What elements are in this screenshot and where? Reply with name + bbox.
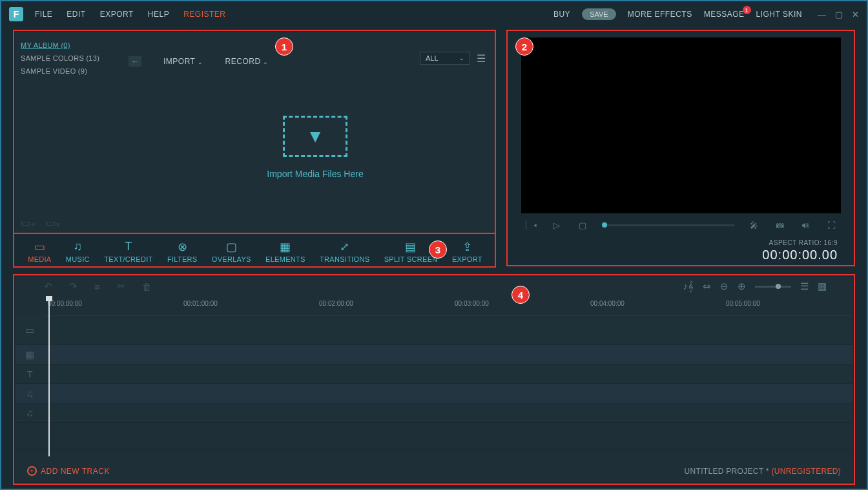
- tab-text[interactable]: TTEXT/CREDIT: [104, 240, 152, 263]
- seek-bar[interactable]: [602, 224, 734, 226]
- stop-button[interactable]: ▢: [570, 220, 595, 230]
- back-arrow-icon[interactable]: ←: [129, 56, 141, 67]
- ruler-tick: 00:00:00:00: [48, 300, 82, 307]
- zoom-slider[interactable]: [755, 286, 791, 288]
- tab-filters[interactable]: ⊗FILTERS: [167, 240, 198, 263]
- add-track-label: ADD NEW TRACK: [41, 467, 110, 476]
- text-icon: T: [125, 240, 132, 253]
- seek-handle[interactable]: [602, 222, 607, 228]
- preview-panel: ⎸◂ ▷ ▢ 🎤︎ 📷︎ 🔊︎ ⛶ ASPECT RATIO: 16:9 00:…: [509, 32, 853, 265]
- more-effects-link[interactable]: MORE EFFECTS: [628, 10, 692, 19]
- buy-link[interactable]: BUY: [553, 10, 570, 19]
- timecode-display: 00:00:00.00: [524, 248, 838, 262]
- sidebar-item-sample-colors[interactable]: SAMPLE COLORS (13): [21, 52, 123, 65]
- light-skin-link[interactable]: LIGHT SKIN: [756, 10, 802, 19]
- record-dropdown[interactable]: RECORD ⌄: [225, 57, 269, 66]
- play-button[interactable]: ▷: [544, 220, 570, 230]
- list-view-icon[interactable]: ☰: [477, 52, 486, 65]
- tab-bar: ▭MEDIA ♫MUSIC TTEXT/CREDIT ⊗FILTERS ▢OVE…: [16, 235, 495, 268]
- ruler-tick: 00:03:00:00: [455, 300, 489, 307]
- zoom-out-icon[interactable]: ⊖: [720, 281, 728, 292]
- filter-select[interactable]: ALL ⌄: [420, 52, 470, 65]
- mic-icon[interactable]: 🎤︎: [741, 220, 767, 230]
- timeline-toolbar: ↶ ↷ ≡ ✂ 🗑︎ ♪𝄞 ⇔ ⊖ ⊕ ☰ ▦: [16, 277, 852, 296]
- fit-icon[interactable]: ▦: [818, 281, 827, 292]
- menu-edit[interactable]: EDIT: [67, 10, 85, 19]
- tab-label: MEDIA: [28, 255, 51, 263]
- tab-transitions[interactable]: ⤢TRANSITIONS: [320, 240, 369, 263]
- tab-label: EXPORT: [452, 255, 482, 263]
- playhead[interactable]: [48, 296, 50, 456]
- close-icon[interactable]: ✕: [852, 10, 859, 19]
- maximize-icon[interactable]: ▢: [835, 10, 843, 19]
- audio-mixer-icon[interactable]: ♪𝄞: [683, 281, 694, 292]
- timeline-panel: ↶ ↷ ≡ ✂ 🗑︎ ♪𝄞 ⇔ ⊖ ⊕ ☰ ▦ 00:00:00:00 00:0…: [16, 277, 852, 482]
- tab-elements[interactable]: ▦ELEMENTS: [265, 240, 305, 263]
- tab-label: TRANSITIONS: [320, 255, 369, 263]
- import-dropdown[interactable]: IMPORT ⌄: [163, 57, 203, 66]
- add-folder-icon[interactable]: ▭₊: [21, 217, 36, 229]
- tab-media[interactable]: ▭MEDIA: [28, 240, 51, 263]
- message-label: MESSAGE: [704, 10, 745, 19]
- top-menu-bar: F FILE EDIT EXPORT HELP REGISTER BUY SAV…: [1, 1, 867, 27]
- chevron-down-icon: ⌄: [263, 59, 269, 65]
- tab-split-screen[interactable]: ▤SPLIT SCREEN: [384, 240, 438, 263]
- ruler-tick: 00:02:00:00: [319, 300, 353, 307]
- message-badge: 1: [743, 6, 751, 14]
- filter-icon: ⊗: [178, 240, 187, 253]
- zoom-handle[interactable]: [776, 284, 781, 289]
- filter-label: ALL: [426, 54, 439, 62]
- add-track-button[interactable]: + ADD NEW TRACK: [27, 466, 110, 476]
- timeline-tracks: ▭ ▦ T ♫ ♫: [16, 315, 852, 450]
- delete-icon[interactable]: 🗑︎: [142, 281, 152, 292]
- prev-frame-button[interactable]: ⎸◂: [518, 220, 544, 230]
- export-icon: ⇪: [462, 240, 472, 253]
- aspect-ratio-label: ASPECT RATIO: 16:9: [524, 239, 838, 246]
- tab-music[interactable]: ♫MUSIC: [66, 240, 90, 263]
- menu-icon[interactable]: ☰: [800, 281, 809, 292]
- chevron-down-icon: ⌄: [198, 59, 203, 65]
- redo-icon[interactable]: ↷: [69, 281, 78, 292]
- video-track[interactable]: ▭: [16, 315, 852, 345]
- empty-track[interactable]: [16, 423, 852, 450]
- music-icon: ♫: [73, 240, 82, 253]
- timeline-ruler[interactable]: 00:00:00:00 00:01:00:00 00:02:00:00 00:0…: [44, 296, 852, 315]
- fullscreen-icon[interactable]: ⛶: [818, 220, 844, 230]
- tab-export[interactable]: ⇪EXPORT: [452, 240, 482, 263]
- plus-icon: +: [27, 466, 37, 476]
- transition-icon: ⤢: [340, 240, 349, 253]
- menu-file[interactable]: FILE: [35, 10, 52, 19]
- tab-overlays[interactable]: ▢OVERLAYS: [212, 240, 251, 263]
- library-sidebar: MY ALBUM (0) SAMPLE COLORS (13) SAMPLE V…: [16, 32, 129, 84]
- dropzone-box: ▼: [283, 116, 347, 157]
- sidebar-item-sample-video[interactable]: SAMPLE VIDEO (9): [21, 65, 123, 78]
- minimize-icon[interactable]: —: [818, 10, 826, 19]
- image-track[interactable]: ▦: [16, 345, 852, 365]
- snapshot-icon[interactable]: 📷︎: [767, 220, 792, 230]
- cut-icon[interactable]: ✂: [117, 281, 125, 292]
- edit-icon[interactable]: ≡: [94, 281, 100, 292]
- audio-track-icon: ♫: [16, 407, 44, 418]
- tab-label: OVERLAYS: [212, 255, 251, 263]
- marker-icon[interactable]: ⇔: [703, 281, 711, 292]
- project-status: UNTITLED PROJECT * (UNREGISTERED): [685, 467, 841, 476]
- audio-track-2[interactable]: ♫: [16, 403, 852, 423]
- volume-icon[interactable]: 🔊︎: [792, 220, 818, 230]
- remove-folder-icon[interactable]: ▭ₓ: [46, 217, 60, 229]
- tab-label: ELEMENTS: [265, 255, 305, 263]
- ruler-tick: 00:05:00:00: [726, 300, 760, 307]
- menu-help[interactable]: HELP: [148, 10, 169, 19]
- audio-track-1[interactable]: ♫: [16, 384, 852, 403]
- tab-label: SPLIT SCREEN: [384, 255, 438, 263]
- menu-register[interactable]: REGISTER: [183, 10, 225, 19]
- menu-export[interactable]: EXPORT: [100, 10, 134, 19]
- message-link[interactable]: MESSAGE 1: [704, 10, 745, 19]
- tab-label: FILTERS: [167, 255, 198, 263]
- text-track-icon: T: [16, 368, 44, 379]
- zoom-in-icon[interactable]: ⊕: [738, 281, 746, 292]
- text-track[interactable]: T: [16, 365, 852, 384]
- save-button[interactable]: SAVE: [582, 8, 616, 20]
- sidebar-item-my-album[interactable]: MY ALBUM (0): [21, 39, 123, 52]
- undo-icon[interactable]: ↶: [44, 281, 52, 292]
- import-dropzone[interactable]: ▼ Import Media Files Here: [145, 71, 486, 224]
